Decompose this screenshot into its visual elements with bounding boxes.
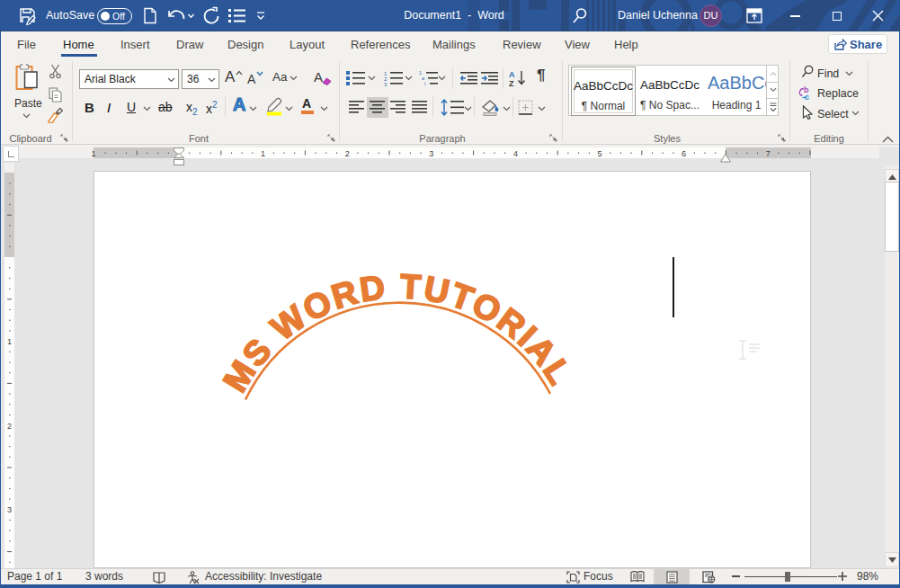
svg-text:1: 1 — [261, 149, 265, 158]
svg-text:Z: Z — [509, 79, 514, 87]
svg-text:c: c — [805, 93, 809, 101]
svg-text:6: 6 — [682, 149, 686, 158]
svg-text:2: 2 — [7, 422, 12, 431]
svg-text:3: 3 — [7, 505, 12, 514]
svg-text:A: A — [509, 70, 515, 79]
svg-text:MS WORD TUTORIAL: MS WORD TUTORIAL — [216, 267, 580, 398]
svg-text:3: 3 — [429, 149, 433, 158]
svg-text:3: 3 — [384, 82, 388, 86]
svg-text:5: 5 — [597, 149, 601, 158]
svg-text:4: 4 — [513, 149, 518, 158]
svg-text:i: i — [424, 81, 425, 86]
svg-text:7: 7 — [766, 149, 771, 158]
svg-text:1: 1 — [7, 337, 12, 346]
svg-text:2: 2 — [345, 149, 350, 158]
svg-text:1: 1 — [91, 149, 95, 158]
